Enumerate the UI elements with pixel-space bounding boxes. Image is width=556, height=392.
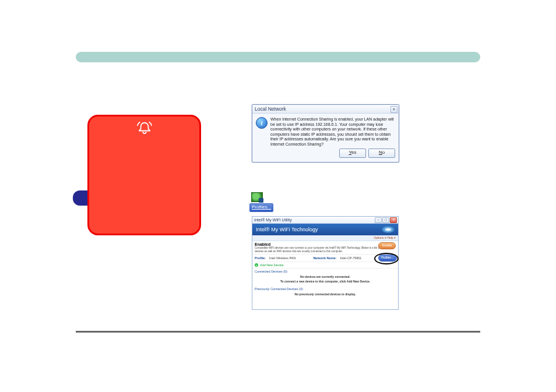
add-new-device-label: Add New Device — [260, 263, 284, 267]
yes-button[interactable]: Yes — [339, 149, 366, 158]
profile-label: Profile: — [255, 256, 266, 260]
profiles-button[interactable]: Profiles... — [249, 203, 273, 212]
info-icon: i — [256, 117, 268, 129]
plus-icon: + — [255, 263, 258, 267]
warning-box — [87, 115, 201, 235]
dialog-message: When Internet Connection Sharing is enab… — [270, 117, 395, 147]
connected-devices-label: Connected Devices (0) — [252, 269, 398, 273]
footer-rule — [76, 331, 480, 333]
local-network-dialog: Local Network ✕ i When Internet Connecti… — [252, 104, 399, 163]
close-button[interactable]: ✕ — [390, 217, 397, 223]
dialog-button-row: Yes No — [252, 147, 399, 161]
dialog-title-text: Local Network — [255, 106, 286, 112]
intel-banner: Intel® My WiFi Technology intel — [252, 224, 398, 235]
profiles-button-inline[interactable]: Profiles… — [378, 255, 397, 262]
disable-button[interactable]: Disable — [378, 242, 396, 249]
intel-banner-text: Intel® My WiFi Technology — [256, 227, 318, 232]
intel-mywifi-utility-window: Intel® My WiFi Utility − □ ✕ Intel® My W… — [252, 216, 399, 310]
profile-value: Intel Wireless PAN — [269, 256, 295, 260]
intel-menu-strip[interactable]: Options ▾ Help ▾ — [252, 235, 398, 241]
maximize-button[interactable]: □ — [382, 217, 389, 223]
enabled-row: Enabled Compatible WiFi devices can now … — [252, 241, 398, 254]
decorative-top-bar — [76, 52, 480, 62]
dialog-body: i When Internet Connection Sharing is en… — [252, 114, 399, 147]
close-icon: ✕ — [392, 105, 396, 114]
connected-devices-msg-1: No devices are currently connected. — [257, 274, 393, 279]
intel-tray-icon[interactable] — [251, 192, 263, 202]
no-button[interactable]: No — [368, 149, 395, 158]
network-name-value: Intel-CP-75951 — [340, 256, 361, 260]
window-control-buttons: − □ ✕ — [375, 217, 397, 223]
alarm-bell-icon — [136, 121, 153, 134]
intel-window-title-text: Intel® My WiFi Utility — [254, 218, 292, 222]
connected-devices-msg: No devices are currently connected. To c… — [252, 273, 398, 286]
minimize-button[interactable]: − — [375, 217, 382, 223]
connected-devices-msg-2: To connect a new device to this computer… — [257, 279, 393, 284]
dialog-titlebar: Local Network ✕ — [252, 105, 399, 114]
previously-connected-label: Previously Connected Devices (0) — [252, 286, 398, 291]
network-name-label: Network Name: — [313, 256, 336, 260]
intel-logo-icon: intel — [382, 226, 395, 233]
enabled-label: Enabled — [255, 242, 396, 246]
enabled-description: Compatible WiFi devices can now connect … — [255, 246, 396, 253]
dialog-close-button[interactable]: ✕ — [390, 106, 397, 113]
profile-row: Profile: Intel Wireless PAN Network Name… — [252, 254, 398, 262]
intel-window-titlebar: Intel® My WiFi Utility − □ ✕ — [252, 217, 398, 224]
add-new-device-link[interactable]: + Add New Device — [252, 262, 398, 269]
previously-connected-msg: No previously connected devices to displ… — [252, 291, 398, 299]
